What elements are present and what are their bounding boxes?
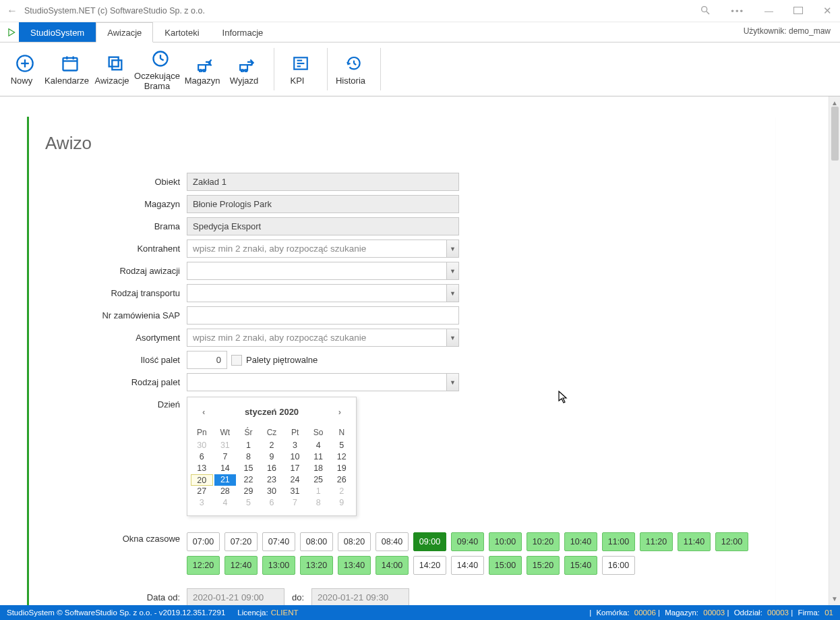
time-slot[interactable]: 12:40 <box>224 556 258 575</box>
calendar-day[interactable]: 8 <box>307 497 330 509</box>
calendar-day[interactable]: 4 <box>307 440 330 451</box>
calendar-day[interactable]: 28 <box>214 486 237 497</box>
calendar-day[interactable]: 2 <box>261 440 283 451</box>
chevron-down-icon[interactable]: ▼ <box>446 262 458 279</box>
calendar-day[interactable]: 25 <box>307 474 330 486</box>
rodzaj-palet-combo[interactable]: ▼ <box>187 373 459 391</box>
time-slot[interactable]: 10:00 <box>489 532 522 551</box>
calendar-day[interactable]: 4 <box>214 497 237 509</box>
time-slot[interactable]: 10:40 <box>564 532 597 551</box>
time-slot[interactable]: 11:00 <box>602 532 635 551</box>
time-slot[interactable]: 13:00 <box>262 556 295 575</box>
calendar-day[interactable]: 14 <box>214 463 237 474</box>
ribbon-btn-kpi[interactable]: KPI <box>280 44 322 94</box>
calendar-day[interactable]: 7 <box>284 497 306 509</box>
asortyment-combo[interactable]: wpisz min 2 znaki, aby rozpocząć szukani… <box>187 329 459 347</box>
time-slot[interactable]: 14:00 <box>376 556 409 575</box>
calendar-day[interactable]: 6 <box>191 451 213 463</box>
calendar-day[interactable]: 10 <box>284 451 306 463</box>
time-slot[interactable]: 08:40 <box>376 532 409 551</box>
calendar-day[interactable]: 5 <box>330 440 353 451</box>
maximize-icon[interactable] <box>789 3 807 19</box>
calendar-day[interactable]: 31 <box>284 486 306 497</box>
back-icon[interactable]: ← <box>4 5 20 17</box>
chevron-down-icon[interactable]: ▼ <box>446 329 458 346</box>
calendar-day[interactable]: 20 <box>191 474 213 486</box>
calendar-day[interactable]: 15 <box>237 463 260 474</box>
chevron-down-icon[interactable]: ▼ <box>446 285 458 302</box>
calendar-day[interactable]: 27 <box>191 486 213 497</box>
time-slot[interactable]: 14:40 <box>451 556 484 575</box>
search-icon[interactable] <box>696 2 715 20</box>
calendar-day[interactable]: 16 <box>261 463 283 474</box>
rodzaj-transportu-combo[interactable]: ▼ <box>187 284 459 302</box>
calendar-day[interactable]: 9 <box>330 497 353 509</box>
tab-kartoteki[interactable]: Kartoteki <box>153 22 210 42</box>
time-slot[interactable]: 15:40 <box>564 556 597 575</box>
palety-pietrowalne-checkbox[interactable] <box>231 355 242 366</box>
time-slot[interactable]: 12:00 <box>715 532 748 551</box>
calendar-prev-icon[interactable]: ‹ <box>198 405 209 418</box>
calendar-day[interactable]: 26 <box>330 474 353 486</box>
time-slot[interactable]: 16:00 <box>602 556 635 575</box>
calendar-day[interactable]: 1 <box>237 440 260 451</box>
calendar-day[interactable]: 22 <box>237 474 260 486</box>
ilosc-palet-input[interactable] <box>187 351 227 369</box>
calendar-day[interactable]: 6 <box>261 497 283 509</box>
calendar-day[interactable]: 1 <box>307 486 330 497</box>
calendar-day[interactable]: 30 <box>261 486 283 497</box>
calendar-day[interactable]: 17 <box>284 463 306 474</box>
run-icon[interactable] <box>4 22 19 42</box>
tab-studiosystem[interactable]: StudioSystem <box>19 22 96 42</box>
chevron-down-icon[interactable]: ▼ <box>446 240 458 257</box>
minimize-icon[interactable]: — <box>760 3 777 19</box>
calendar-day[interactable]: 18 <box>307 463 330 474</box>
rodzaj-awizacji-combo[interactable]: ▼ <box>187 262 459 280</box>
calendar-day[interactable]: 8 <box>237 451 260 463</box>
time-slot[interactable]: 11:40 <box>678 532 711 551</box>
time-slot[interactable]: 11:20 <box>640 532 673 551</box>
calendar-day[interactable]: 2 <box>330 486 353 497</box>
ribbon-btn-kalendarze[interactable]: Kalendarze <box>46 44 94 94</box>
calendar-day[interactable]: 30 <box>191 440 213 451</box>
time-slot[interactable]: 08:20 <box>338 532 371 551</box>
time-slot[interactable]: 09:40 <box>451 532 484 551</box>
ribbon-btn-nowy[interactable]: Nowy <box>4 44 46 94</box>
ribbon-btn-wyjazd[interactable]: Wyjazd <box>227 44 268 94</box>
time-slot[interactable]: 07:00 <box>187 532 220 551</box>
time-slot[interactable]: 13:40 <box>338 556 371 575</box>
calendar-day[interactable]: 29 <box>237 486 260 497</box>
calendar-day[interactable]: 13 <box>191 463 213 474</box>
time-slot[interactable]: 14:20 <box>413 556 446 575</box>
calendar-next-icon[interactable]: › <box>334 405 345 418</box>
time-slot[interactable]: 09:00 <box>413 532 446 551</box>
ribbon-btn-magazyn[interactable]: Magazyn <box>185 44 227 94</box>
calendar-day[interactable]: 23 <box>261 474 283 486</box>
calendar-day[interactable]: 12 <box>330 451 353 463</box>
chevron-down-icon[interactable]: ▼ <box>446 374 458 391</box>
close-icon[interactable]: ✕ <box>819 2 836 20</box>
scroll-up-icon[interactable]: ▲ <box>831 99 838 107</box>
time-slot[interactable]: 08:00 <box>300 532 333 551</box>
time-slot[interactable]: 15:20 <box>527 556 560 575</box>
time-slot[interactable]: 07:20 <box>224 532 258 551</box>
time-slot[interactable]: 13:20 <box>300 556 333 575</box>
kontrahent-combo[interactable]: wpisz min 2 znaki, aby rozpocząć szukani… <box>187 239 459 258</box>
scrollbar[interactable]: ▲ ▼ <box>829 96 840 605</box>
time-slot[interactable]: 07:40 <box>262 532 295 551</box>
more-icon[interactable]: ••• <box>727 3 748 19</box>
calendar-day[interactable]: 3 <box>191 497 213 509</box>
time-slot[interactable]: 10:20 <box>527 532 560 551</box>
calendar-day[interactable]: 24 <box>284 474 306 486</box>
time-slot[interactable]: 15:00 <box>489 556 522 575</box>
calendar-day[interactable]: 31 <box>214 440 237 451</box>
calendar-day[interactable]: 19 <box>330 463 353 474</box>
calendar-day[interactable]: 11 <box>307 451 330 463</box>
tab-informacje[interactable]: Informacje <box>211 22 275 42</box>
time-slot[interactable]: 12:20 <box>187 556 220 575</box>
calendar-day[interactable]: 9 <box>261 451 283 463</box>
scroll-down-icon[interactable]: ▼ <box>831 595 838 602</box>
ribbon-btn-oczekujące[interactable]: OczekująceBrama <box>136 44 185 94</box>
scrollbar-thumb[interactable] <box>831 107 839 161</box>
calendar-day[interactable]: 7 <box>214 451 237 463</box>
